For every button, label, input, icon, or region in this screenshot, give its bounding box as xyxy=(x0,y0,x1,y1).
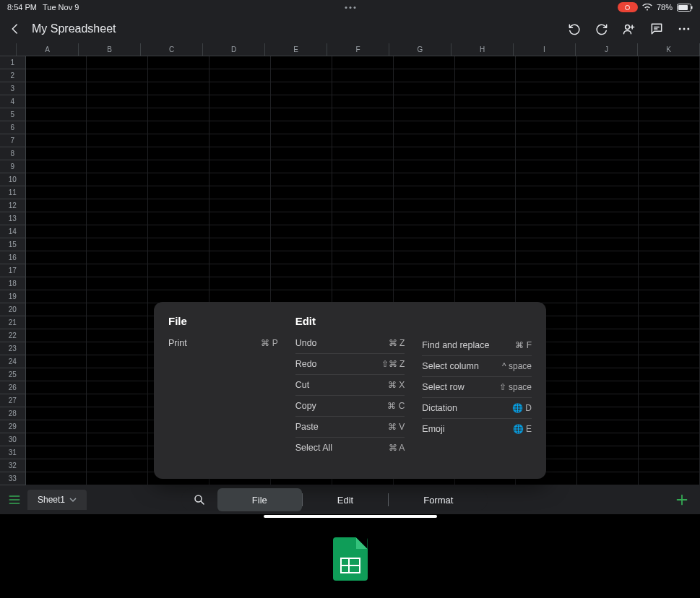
row-header[interactable]: 29 xyxy=(0,420,26,433)
cell[interactable] xyxy=(516,186,577,199)
cell[interactable] xyxy=(87,121,148,134)
cell[interactable] xyxy=(639,238,700,251)
cell[interactable] xyxy=(639,69,700,82)
cell[interactable] xyxy=(516,121,577,134)
cell[interactable] xyxy=(87,342,148,355)
cell[interactable] xyxy=(577,342,639,355)
cell[interactable] xyxy=(26,160,87,173)
cell[interactable] xyxy=(394,121,455,134)
cell[interactable] xyxy=(639,277,700,290)
cell[interactable] xyxy=(516,82,577,95)
cell[interactable] xyxy=(26,290,87,303)
cell[interactable] xyxy=(516,225,577,238)
cell[interactable] xyxy=(577,225,639,238)
cell[interactable] xyxy=(394,251,455,264)
row-header[interactable]: 28 xyxy=(0,407,26,420)
cell[interactable] xyxy=(516,69,577,82)
cell[interactable] xyxy=(394,56,455,69)
cell[interactable] xyxy=(26,108,87,121)
cell[interactable] xyxy=(271,277,332,290)
cell[interactable] xyxy=(209,212,271,225)
row-header[interactable]: 12 xyxy=(0,199,26,212)
cell[interactable] xyxy=(26,147,87,160)
cell[interactable] xyxy=(455,134,517,147)
cell[interactable] xyxy=(516,108,577,121)
cell[interactable] xyxy=(26,303,87,316)
document-title[interactable]: My Spreadsheet xyxy=(32,22,557,35)
cell[interactable] xyxy=(87,407,148,420)
cell[interactable] xyxy=(148,95,209,108)
search-button[interactable] xyxy=(181,493,217,506)
cell[interactable] xyxy=(516,238,577,251)
cell[interactable] xyxy=(26,420,87,433)
cell[interactable] xyxy=(455,95,517,108)
segment-file[interactable]: File xyxy=(217,488,302,511)
cell[interactable] xyxy=(26,342,87,355)
cell[interactable] xyxy=(455,212,517,225)
cell[interactable] xyxy=(455,251,517,264)
cell[interactable] xyxy=(577,277,639,290)
cell[interactable] xyxy=(516,95,577,108)
column-header[interactable]: J xyxy=(576,43,638,56)
cell[interactable] xyxy=(394,160,455,173)
cell[interactable] xyxy=(87,355,148,368)
cell[interactable] xyxy=(455,264,517,277)
cell[interactable] xyxy=(209,95,271,108)
row-header[interactable]: 18 xyxy=(0,277,26,290)
cell[interactable] xyxy=(394,212,455,225)
row-header[interactable]: 33 xyxy=(0,472,26,485)
cell[interactable] xyxy=(26,472,87,485)
cell[interactable] xyxy=(577,186,639,199)
cell[interactable] xyxy=(639,407,700,420)
cell[interactable] xyxy=(516,251,577,264)
cell[interactable] xyxy=(455,238,517,251)
cell[interactable] xyxy=(332,69,394,82)
row-header[interactable]: 10 xyxy=(0,173,26,186)
cell[interactable] xyxy=(332,82,394,95)
cell[interactable] xyxy=(332,160,394,173)
cell[interactable] xyxy=(455,199,517,212)
cell[interactable] xyxy=(455,225,517,238)
cell[interactable] xyxy=(332,108,394,121)
cell[interactable] xyxy=(209,108,271,121)
cell[interactable] xyxy=(455,82,517,95)
cell[interactable] xyxy=(577,199,639,212)
cell[interactable] xyxy=(639,121,700,134)
cell[interactable] xyxy=(271,56,332,69)
column-header[interactable]: A xyxy=(17,43,79,56)
cell[interactable] xyxy=(394,134,455,147)
cell[interactable] xyxy=(394,108,455,121)
cell[interactable] xyxy=(577,459,639,472)
cell[interactable] xyxy=(87,147,148,160)
cell[interactable] xyxy=(332,225,394,238)
cell[interactable] xyxy=(148,199,209,212)
cell[interactable] xyxy=(209,173,271,186)
cell[interactable] xyxy=(271,173,332,186)
select-all-corner[interactable] xyxy=(0,43,17,56)
cell[interactable] xyxy=(332,147,394,160)
screen-recording-indicator[interactable] xyxy=(618,2,638,12)
cell[interactable] xyxy=(209,225,271,238)
cell[interactable] xyxy=(26,56,87,69)
row-header[interactable]: 9 xyxy=(0,160,26,173)
cell[interactable] xyxy=(455,160,517,173)
cell[interactable] xyxy=(209,251,271,264)
cell[interactable] xyxy=(209,147,271,160)
cell[interactable] xyxy=(639,433,700,446)
cell[interactable] xyxy=(87,277,148,290)
cell[interactable] xyxy=(87,264,148,277)
cell[interactable] xyxy=(271,212,332,225)
cell[interactable] xyxy=(577,134,639,147)
column-header[interactable]: C xyxy=(141,43,203,56)
cell[interactable] xyxy=(26,329,87,342)
row-header[interactable]: 13 xyxy=(0,212,26,225)
cell[interactable] xyxy=(394,82,455,95)
cell[interactable] xyxy=(577,329,639,342)
cell[interactable] xyxy=(577,446,639,459)
cell[interactable] xyxy=(271,82,332,95)
column-header[interactable]: B xyxy=(79,43,141,56)
segment-format[interactable]: Format xyxy=(389,488,488,511)
cell[interactable] xyxy=(271,108,332,121)
cell[interactable] xyxy=(271,264,332,277)
row-header[interactable]: 15 xyxy=(0,238,26,251)
